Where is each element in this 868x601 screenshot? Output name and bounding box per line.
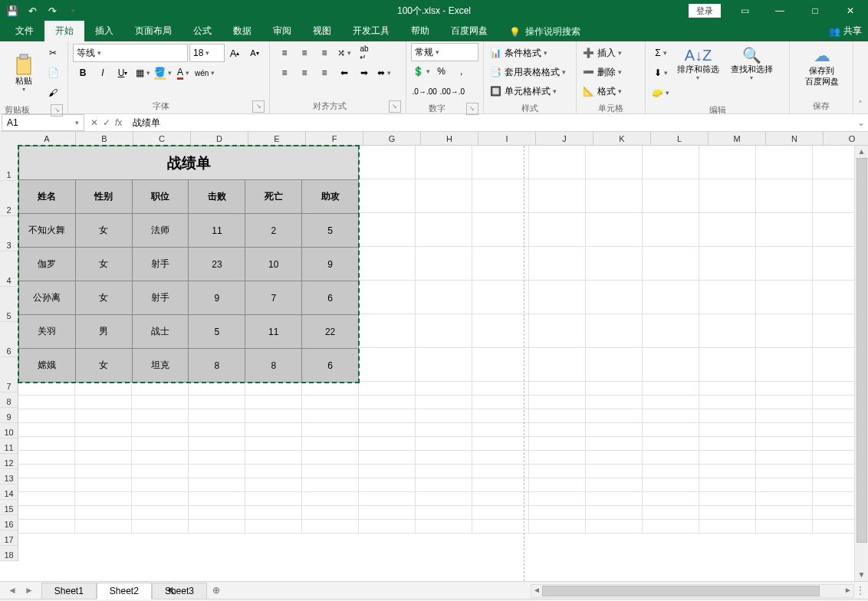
save-baidu-button[interactable]: ☁ 保存到 百度网盘 bbox=[795, 44, 849, 89]
decrease-font-icon[interactable]: A▾ bbox=[245, 44, 264, 62]
increase-indent-icon[interactable]: ➡ bbox=[355, 64, 373, 82]
currency-icon[interactable]: 💲 bbox=[412, 62, 431, 80]
merge-icon[interactable]: ⬌ bbox=[375, 64, 393, 82]
tab-data[interactable]: 数据 bbox=[222, 21, 262, 41]
tab-review[interactable]: 审阅 bbox=[262, 21, 302, 41]
cell-style-button[interactable]: 🔲单元格样式 bbox=[489, 82, 570, 100]
row-header-13[interactable]: 13 bbox=[0, 469, 18, 484]
row-headers[interactable]: 123456789101112131415161718 bbox=[0, 146, 18, 561]
underline-icon[interactable]: U▾ bbox=[113, 64, 132, 82]
align-left-icon[interactable]: ≡ bbox=[275, 64, 294, 82]
sheet-nav-next-icon[interactable]: ► bbox=[25, 585, 34, 596]
insert-cells-button[interactable]: ➕插入 bbox=[582, 44, 637, 62]
row-header-7[interactable]: 7 bbox=[0, 357, 18, 392]
tab-layout[interactable]: 页面布局 bbox=[124, 21, 182, 41]
cut-icon[interactable]: ✂ bbox=[44, 44, 62, 62]
phonetic-icon[interactable]: wén bbox=[194, 64, 215, 82]
col-header-I[interactable]: I bbox=[478, 132, 536, 146]
sheet-tab-1[interactable]: Sheet1 bbox=[41, 583, 97, 599]
tab-baidu[interactable]: 百度网盘 bbox=[440, 21, 498, 41]
new-sheet-icon[interactable]: ⊕ bbox=[207, 585, 225, 596]
collapse-ribbon-icon[interactable]: ˄ bbox=[853, 41, 868, 113]
italic-icon[interactable]: I bbox=[94, 64, 112, 82]
row-header-17[interactable]: 17 bbox=[0, 530, 18, 546]
clear-icon[interactable]: 🧽 bbox=[651, 84, 670, 102]
find-select-button[interactable]: 🔍 查找和选择▾ bbox=[725, 44, 778, 84]
vscroll-thumb[interactable] bbox=[856, 158, 867, 543]
column-headers[interactable]: ABCDEFGHIJKLMNO bbox=[18, 132, 868, 146]
tab-help[interactable]: 帮助 bbox=[400, 21, 440, 41]
row-header-6[interactable]: 6 bbox=[0, 322, 18, 357]
copy-icon[interactable]: 📄 bbox=[44, 64, 62, 82]
number-dialog-icon[interactable]: ↘ bbox=[466, 103, 478, 115]
selection-table[interactable]: 战绩单姓名性别职位击败死亡助攻不知火舞女法师1125伽罗女射手23109公孙离女… bbox=[18, 146, 359, 383]
col-header-D[interactable]: D bbox=[191, 132, 248, 146]
sheet-tab-2[interactable]: Sheet2 bbox=[97, 583, 152, 599]
name-box[interactable]: A1▾ bbox=[2, 114, 84, 131]
number-format-select[interactable]: 常规 bbox=[411, 43, 478, 61]
increase-font-icon[interactable]: A▴ bbox=[225, 44, 244, 62]
increase-decimal-icon[interactable]: .0→.00 bbox=[412, 82, 438, 100]
row-header-11[interactable]: 11 bbox=[0, 438, 18, 454]
scroll-down-icon[interactable]: ▼ bbox=[855, 569, 868, 581]
tab-formulas[interactable]: 公式 bbox=[182, 21, 222, 41]
row-header-5[interactable]: 5 bbox=[0, 287, 18, 322]
row-header-2[interactable]: 2 bbox=[0, 181, 18, 216]
formula-input[interactable]: 战绩单 bbox=[128, 117, 854, 130]
format-cells-button[interactable]: 📐格式 bbox=[582, 82, 637, 100]
conditional-format-button[interactable]: 📊条件格式 bbox=[489, 44, 570, 62]
sheet-tab-3[interactable]: Sheet3 bbox=[152, 583, 207, 599]
row-header-15[interactable]: 15 bbox=[0, 500, 18, 515]
border-icon[interactable]: ▦ bbox=[133, 64, 152, 82]
delete-cells-button[interactable]: ➖删除 bbox=[582, 63, 637, 81]
row-header-10[interactable]: 10 bbox=[0, 423, 18, 438]
font-name-select[interactable]: 等线 bbox=[73, 44, 188, 62]
table-format-button[interactable]: 📑套用表格格式 bbox=[489, 63, 570, 81]
tellme-search[interactable]: 💡 操作说明搜索 bbox=[503, 22, 587, 41]
orientation-icon[interactable]: ⤮ bbox=[335, 44, 353, 62]
row-header-3[interactable]: 3 bbox=[0, 216, 18, 251]
col-header-B[interactable]: B bbox=[76, 132, 133, 146]
col-header-L[interactable]: L bbox=[651, 132, 709, 146]
col-header-E[interactable]: E bbox=[248, 132, 306, 146]
col-header-G[interactable]: G bbox=[363, 132, 421, 146]
row-header-9[interactable]: 9 bbox=[0, 408, 18, 423]
row-header-16[interactable]: 16 bbox=[0, 515, 18, 530]
row-header-1[interactable]: 1 bbox=[0, 146, 18, 181]
select-all-corner[interactable] bbox=[0, 132, 19, 146]
share-button[interactable]: 👥 共享 bbox=[829, 25, 862, 38]
align-center-icon[interactable]: ≡ bbox=[295, 64, 314, 82]
col-header-N[interactable]: N bbox=[766, 132, 824, 146]
tab-dev[interactable]: 开发工具 bbox=[342, 21, 400, 41]
col-header-M[interactable]: M bbox=[709, 132, 766, 146]
expand-formula-icon[interactable]: ⌄ bbox=[854, 117, 868, 128]
col-header-J[interactable]: J bbox=[536, 132, 593, 146]
col-header-A[interactable]: A bbox=[18, 132, 76, 146]
scroll-right-icon[interactable]: ► bbox=[843, 585, 853, 596]
decrease-indent-icon[interactable]: ⬅ bbox=[335, 64, 353, 82]
font-size-select[interactable]: 18 bbox=[189, 44, 225, 62]
align-bottom-icon[interactable]: ≡ bbox=[315, 44, 334, 62]
enter-formula-icon[interactable]: ✓ bbox=[103, 117, 110, 128]
row-header-8[interactable]: 8 bbox=[0, 392, 18, 408]
comma-icon[interactable]: , bbox=[452, 62, 471, 80]
tab-view[interactable]: 视图 bbox=[302, 21, 342, 41]
hscroll-thumb[interactable] bbox=[542, 586, 820, 596]
bold-icon[interactable]: B bbox=[74, 64, 92, 82]
tab-insert[interactable]: 插入 bbox=[84, 21, 124, 41]
col-header-O[interactable]: O bbox=[824, 132, 868, 146]
row-header-14[interactable]: 14 bbox=[0, 484, 18, 500]
fill-color-icon[interactable]: 🪣 bbox=[153, 64, 173, 82]
row-header-18[interactable]: 18 bbox=[0, 546, 18, 561]
col-header-K[interactable]: K bbox=[593, 132, 651, 146]
row-header-12[interactable]: 12 bbox=[0, 454, 18, 469]
sheet-nav-prev-icon[interactable]: ◄ bbox=[8, 585, 17, 596]
row-header-4[interactable]: 4 bbox=[0, 251, 18, 287]
align-dialog-icon[interactable]: ↘ bbox=[389, 100, 401, 113]
spreadsheet-grid[interactable]: ABCDEFGHIJKLMNO 123456789101112131415161… bbox=[0, 132, 868, 581]
font-dialog-icon[interactable]: ↘ bbox=[252, 100, 265, 113]
autosum-icon[interactable]: Σ bbox=[651, 44, 670, 62]
scroll-up-icon[interactable]: ▲ bbox=[855, 146, 868, 158]
font-color-icon[interactable]: A bbox=[174, 64, 192, 82]
align-middle-icon[interactable]: ≡ bbox=[295, 44, 314, 62]
